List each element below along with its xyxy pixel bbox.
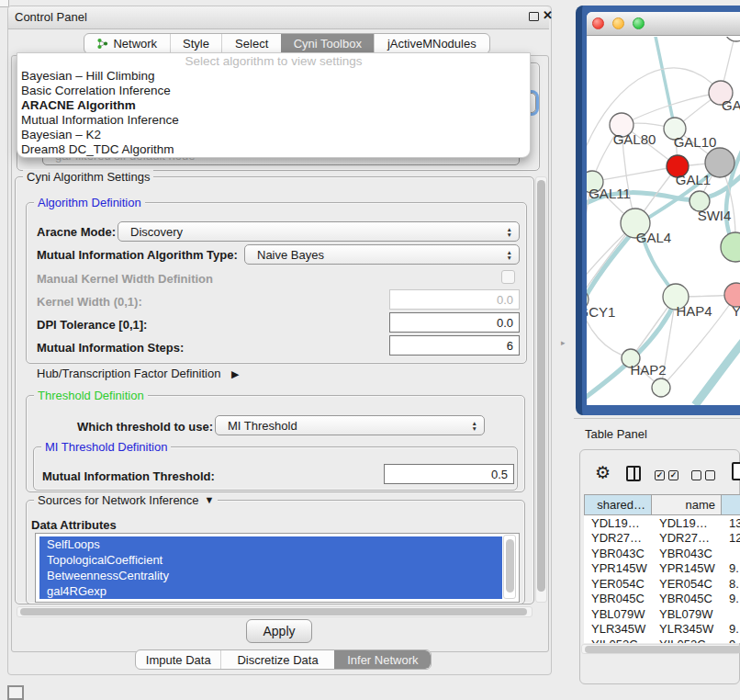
cell: YBR043C xyxy=(652,547,722,560)
cyni-bottom-tabbar: Impute Data Discretize Data Infer Networ… xyxy=(135,649,432,670)
table-row[interactable]: YER054C YER054C 8. xyxy=(584,576,740,592)
mi-type-combo[interactable]: Naive Bayes ▲▼ xyxy=(244,244,520,265)
table-row[interactable]: YIL052C YIL052C 9 xyxy=(584,637,740,643)
cell: 9. xyxy=(722,622,740,636)
tab-discretize-data-label: Discretize Data xyxy=(237,653,318,667)
mac-minimize-button[interactable] xyxy=(612,17,624,29)
table-row[interactable]: YDR27… YDR27… 12 xyxy=(584,531,740,547)
hub-section-toggle[interactable]: Hub/Transcription Factor Definition ▶ xyxy=(37,367,239,380)
apply-button[interactable]: Apply xyxy=(246,619,312,643)
list-item[interactable]: TopologicalCoefficient xyxy=(39,552,502,568)
attr-list-vscrollbar-thumb[interactable] xyxy=(506,539,514,593)
manual-kernel-checkbox[interactable] xyxy=(501,270,515,284)
cell: YIL052C xyxy=(584,638,652,643)
column-header-name[interactable]: name xyxy=(652,494,722,515)
cell: YDL19… xyxy=(584,516,652,530)
table-hscrollbar-thumb[interactable] xyxy=(585,646,740,653)
list-item[interactable]: gal4RGexp xyxy=(39,583,502,599)
unchecked-checkbox-icon[interactable] xyxy=(705,470,715,480)
table-row[interactable]: YBR043C YBR043C xyxy=(584,546,740,561)
node-label: GAL11 xyxy=(589,186,631,201)
gear-icon[interactable]: ⚙ xyxy=(595,462,611,483)
table-panel-divider xyxy=(574,418,740,419)
tab-impute-data[interactable]: Impute Data xyxy=(136,650,220,669)
mac-close-button[interactable] xyxy=(592,17,604,29)
split-columns-icon[interactable] xyxy=(626,466,641,481)
node-label: HAP2 xyxy=(630,362,666,378)
dpi-tolerance-field[interactable]: 0.0 xyxy=(389,312,520,333)
mi-steps-field[interactable]: 6 xyxy=(389,335,520,356)
document-icon[interactable] xyxy=(732,462,740,480)
popup-placeholder: Select algorithm to view settings xyxy=(17,53,530,69)
cell: 9. xyxy=(722,561,740,575)
tab-cyni-toolbox-label: Cyni Toolbox xyxy=(294,37,362,51)
tab-cyni-toolbox[interactable]: Cyni Toolbox xyxy=(281,34,374,53)
popup-item-selected[interactable]: ARACNE Algorithm xyxy=(17,98,530,113)
control-panel-tabbar: Network Style Select Cyni Toolbox jActiv… xyxy=(84,33,490,54)
column-header-cut[interactable] xyxy=(722,494,740,515)
threshold-definition-title: Threshold Definition xyxy=(34,389,148,402)
cell: YLR345W xyxy=(584,622,652,636)
popup-item[interactable]: Mutual Information Inference xyxy=(17,113,530,128)
node-label: GCY1 xyxy=(587,304,615,320)
cell: YBL079W xyxy=(584,607,652,621)
mac-zoom-button[interactable] xyxy=(633,17,645,29)
tab-discretize-data[interactable]: Discretize Data xyxy=(220,650,333,669)
kernel-width-value: 0.0 xyxy=(497,293,513,307)
mi-threshold-field[interactable]: 0.5 xyxy=(384,464,514,484)
which-threshold-combo[interactable]: MI Threshold ▲▼ xyxy=(215,415,485,435)
table-row[interactable]: YLR345W YLR345W 9. xyxy=(584,622,740,638)
aracne-mode-combo[interactable]: Discovery ▲▼ xyxy=(118,221,520,242)
tab-jactivemnodules[interactable]: jActiveMNodules xyxy=(374,34,489,53)
data-attributes-list[interactable]: SelfLoops TopologicalCoefficient Between… xyxy=(35,533,520,603)
mi-steps-label: Mutual Information Steps: xyxy=(37,341,184,355)
node[interactable] xyxy=(724,37,740,41)
cell: YBR045C xyxy=(652,592,722,605)
expand-right-icon[interactable]: ▶ xyxy=(231,368,239,379)
popup-item[interactable]: Basic Correlation Inference xyxy=(17,84,530,98)
table-row[interactable]: YDL19… YDL19… 13 xyxy=(584,515,740,531)
popup-item[interactable]: Dream8 DC_TDC Algorithm xyxy=(17,142,530,157)
float-window-icon[interactable] xyxy=(529,12,539,21)
node-label: SWI4 xyxy=(698,208,732,223)
tab-infer-network[interactable]: Infer Network xyxy=(334,650,431,669)
checked-checkbox-icon[interactable]: ✓ xyxy=(655,470,665,480)
node-label: GAL10 xyxy=(674,134,717,150)
unchecked-checkbox-icon[interactable] xyxy=(691,470,701,480)
splitter-handle[interactable]: ▸ xyxy=(561,338,566,347)
settings-hscrollbar-thumb[interactable] xyxy=(20,608,527,615)
popup-item[interactable]: Bayesian – Hill Climbing xyxy=(17,69,530,84)
cell: 9 xyxy=(722,638,740,643)
checked-checkbox-icon[interactable]: ✓ xyxy=(668,470,678,480)
settings-vscrollbar-thumb[interactable] xyxy=(537,180,545,592)
table-row[interactable]: YBL079W YBL079W xyxy=(584,606,740,622)
close-icon[interactable]: ✕ xyxy=(543,8,553,22)
dock-panel-icon[interactable] xyxy=(7,685,24,700)
dpi-tolerance-value: 0.0 xyxy=(497,316,513,330)
table-row[interactable]: YPR145W YPR145W 9. xyxy=(584,561,740,577)
list-item[interactable]: BetweennessCentrality xyxy=(39,568,502,583)
network-canvas[interactable]: GAL80 GAL10 GAL1 GAL11 SWI4 GAL4 GCY1 HA… xyxy=(587,37,740,405)
tab-style[interactable]: Style xyxy=(170,34,222,53)
list-item[interactable]: SelfLoops xyxy=(39,536,502,552)
tab-select[interactable]: Select xyxy=(221,34,281,53)
tab-network-label: Network xyxy=(113,37,157,51)
node-label: GAL xyxy=(722,97,740,113)
table-row[interactable]: YBR045C YBR045C 9. xyxy=(584,592,740,607)
collapse-down-icon[interactable]: ▼ xyxy=(205,493,215,507)
kernel-width-field[interactable]: 0.0 xyxy=(389,289,520,310)
mi-threshold-group-title: MI Threshold Definition xyxy=(41,440,171,454)
node[interactable] xyxy=(652,378,670,397)
tab-network[interactable]: Network xyxy=(84,34,170,53)
column-header-shared-name[interactable]: shared… xyxy=(584,494,652,515)
combo-spinner-icon: ▲▼ xyxy=(472,421,477,431)
app-root: Control Panel ✕ Network Style Select Cyn… xyxy=(0,0,740,700)
node-label: GAL4 xyxy=(636,230,671,245)
cell: 9. xyxy=(722,592,740,605)
node[interactable] xyxy=(721,232,740,262)
cell: YDR27… xyxy=(584,531,652,545)
cell: YBR045C xyxy=(584,592,652,605)
network-window-titlebar[interactable] xyxy=(587,12,740,36)
algorithm-definition-title: Algorithm Definition xyxy=(34,196,145,209)
popup-item[interactable]: Bayesian – K2 xyxy=(17,128,530,142)
